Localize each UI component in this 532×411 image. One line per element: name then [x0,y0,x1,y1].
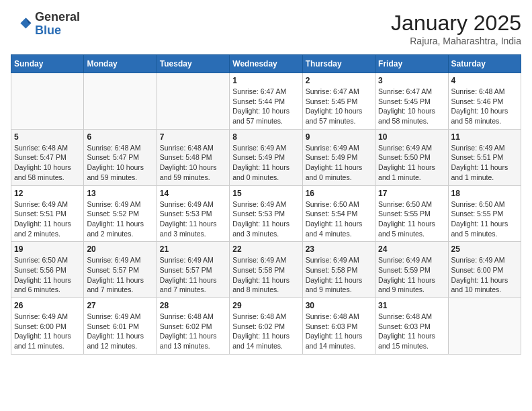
column-header-friday: Friday [375,55,448,73]
day-number: 26 [14,301,81,310]
day-number: 9 [306,132,372,142]
calendar-day-17: 17Sunrise: 6:50 AMSunset: 5:55 PMDayligh… [375,185,448,242]
calendar-week-4: 19Sunrise: 6:50 AMSunset: 5:56 PMDayligh… [11,242,521,298]
calendar-day-21: 21Sunrise: 6:49 AMSunset: 5:57 PMDayligh… [157,242,229,298]
location: Rajura, Maharashtra, India [391,36,521,46]
day-info: Sunrise: 6:50 AMSunset: 5:56 PMDaylight:… [14,255,81,295]
day-number: 24 [378,244,445,254]
calendar-day-5: 5Sunrise: 6:48 AMSunset: 5:47 PMDaylight… [11,129,84,185]
day-number: 12 [14,189,81,198]
calendar-day-23: 23Sunrise: 6:49 AMSunset: 5:58 PMDayligh… [302,242,375,298]
calendar-day-1: 1Sunrise: 6:47 AMSunset: 5:44 PMDaylight… [230,73,302,130]
calendar-day-29: 29Sunrise: 6:48 AMSunset: 6:02 PMDayligh… [230,298,302,355]
calendar-day-7: 7Sunrise: 6:48 AMSunset: 5:48 PMDaylight… [157,129,229,185]
calendar-day-3: 3Sunrise: 6:47 AMSunset: 5:45 PMDaylight… [375,73,448,130]
day-number: 29 [232,301,299,310]
day-info: Sunrise: 6:48 AMSunset: 5:47 PMDaylight:… [14,143,81,183]
day-number: 21 [160,244,226,254]
day-info: Sunrise: 6:49 AMSunset: 5:57 PMDaylight:… [160,255,226,295]
calendar-day-8: 8Sunrise: 6:49 AMSunset: 5:49 PMDaylight… [230,129,302,185]
calendar-day-10: 10Sunrise: 6:49 AMSunset: 5:50 PMDayligh… [375,129,448,185]
calendar-day-26: 26Sunrise: 6:49 AMSunset: 6:00 PMDayligh… [11,298,84,355]
day-number: 28 [160,301,226,310]
logo-general: General [35,11,80,24]
day-info: Sunrise: 6:49 AMSunset: 5:52 PMDaylight:… [87,199,153,239]
day-number: 30 [306,301,372,310]
day-number: 13 [87,189,153,198]
day-info: Sunrise: 6:48 AMSunset: 5:48 PMDaylight:… [160,143,226,183]
logo: General Blue [11,11,80,38]
calendar-week-2: 5Sunrise: 6:48 AMSunset: 5:47 PMDaylight… [11,129,521,185]
day-info: Sunrise: 6:48 AMSunset: 6:02 PMDaylight:… [232,312,299,351]
calendar-day-22: 22Sunrise: 6:49 AMSunset: 5:58 PMDayligh… [230,242,302,298]
calendar-week-5: 26Sunrise: 6:49 AMSunset: 6:00 PMDayligh… [11,298,521,355]
day-number: 31 [378,301,445,310]
calendar-day-13: 13Sunrise: 6:49 AMSunset: 5:52 PMDayligh… [84,185,157,242]
calendar-day-4: 4Sunrise: 6:48 AMSunset: 5:46 PMDaylight… [448,73,521,130]
day-info: Sunrise: 6:48 AMSunset: 5:47 PMDaylight:… [87,143,153,183]
day-info: Sunrise: 6:47 AMSunset: 5:45 PMDaylight:… [306,87,372,126]
calendar-day-31: 31Sunrise: 6:48 AMSunset: 6:03 PMDayligh… [375,298,448,355]
day-number: 6 [87,132,153,142]
calendar-day-30: 30Sunrise: 6:48 AMSunset: 6:03 PMDayligh… [302,298,375,355]
day-number: 3 [378,76,445,85]
day-info: Sunrise: 6:47 AMSunset: 5:44 PMDaylight:… [232,87,299,126]
day-number: 8 [232,132,299,142]
calendar-table: SundayMondayTuesdayWednesdayThursdayFrid… [11,54,521,355]
day-number: 18 [451,189,518,198]
calendar-day-25: 25Sunrise: 6:49 AMSunset: 6:00 PMDayligh… [448,242,521,298]
day-info: Sunrise: 6:49 AMSunset: 5:51 PMDaylight:… [451,143,518,183]
day-info: Sunrise: 6:47 AMSunset: 5:45 PMDaylight:… [378,87,445,126]
column-header-thursday: Thursday [302,55,375,73]
day-info: Sunrise: 6:48 AMSunset: 6:03 PMDaylight:… [306,312,372,351]
calendar-header-row: SundayMondayTuesdayWednesdayThursdayFrid… [11,55,521,73]
day-number: 11 [451,132,518,142]
calendar-day-15: 15Sunrise: 6:49 AMSunset: 5:53 PMDayligh… [230,185,302,242]
day-info: Sunrise: 6:49 AMSunset: 6:00 PMDaylight:… [451,255,518,295]
calendar-day-12: 12Sunrise: 6:49 AMSunset: 5:51 PMDayligh… [11,185,84,242]
day-info: Sunrise: 6:49 AMSunset: 5:50 PMDaylight:… [378,143,445,183]
calendar-day-2: 2Sunrise: 6:47 AMSunset: 5:45 PMDaylight… [302,73,375,130]
calendar-day-24: 24Sunrise: 6:49 AMSunset: 5:59 PMDayligh… [375,242,448,298]
day-number: 4 [451,76,518,85]
empty-cell [11,73,84,130]
day-number: 15 [232,189,299,198]
day-info: Sunrise: 6:49 AMSunset: 5:58 PMDaylight:… [232,255,299,295]
day-number: 25 [451,244,518,254]
column-header-saturday: Saturday [448,55,521,73]
calendar-day-9: 9Sunrise: 6:49 AMSunset: 5:49 PMDaylight… [302,129,375,185]
day-info: Sunrise: 6:50 AMSunset: 5:54 PMDaylight:… [306,199,372,239]
logo-text: General Blue [35,11,80,38]
calendar-day-11: 11Sunrise: 6:49 AMSunset: 5:51 PMDayligh… [448,129,521,185]
empty-cell [448,298,521,355]
column-header-wednesday: Wednesday [230,55,302,73]
day-info: Sunrise: 6:49 AMSunset: 5:58 PMDaylight:… [306,255,372,295]
logo-blue: Blue [35,24,80,38]
logo-icon [11,13,32,35]
calendar-day-19: 19Sunrise: 6:50 AMSunset: 5:56 PMDayligh… [11,242,84,298]
empty-cell [157,73,229,130]
page-header: General Blue January 2025 Rajura, Mahara… [11,11,521,46]
day-info: Sunrise: 6:49 AMSunset: 5:53 PMDaylight:… [160,199,226,239]
day-info: Sunrise: 6:49 AMSunset: 5:51 PMDaylight:… [14,199,81,239]
day-number: 7 [160,132,226,142]
day-number: 5 [14,132,81,142]
calendar-day-28: 28Sunrise: 6:48 AMSunset: 6:02 PMDayligh… [157,298,229,355]
day-info: Sunrise: 6:49 AMSunset: 5:53 PMDaylight:… [232,199,299,239]
day-info: Sunrise: 6:49 AMSunset: 5:49 PMDaylight:… [232,143,299,183]
day-info: Sunrise: 6:49 AMSunset: 5:57 PMDaylight:… [87,255,153,295]
day-info: Sunrise: 6:49 AMSunset: 6:00 PMDaylight:… [14,312,81,351]
day-number: 2 [306,76,372,85]
day-number: 1 [232,76,299,85]
day-number: 16 [306,189,372,198]
day-number: 23 [306,244,372,254]
day-number: 22 [232,244,299,254]
day-info: Sunrise: 6:48 AMSunset: 6:03 PMDaylight:… [378,312,445,351]
empty-cell [84,73,157,130]
calendar-week-3: 12Sunrise: 6:49 AMSunset: 5:51 PMDayligh… [11,185,521,242]
day-info: Sunrise: 6:48 AMSunset: 6:02 PMDaylight:… [160,312,226,351]
calendar-day-27: 27Sunrise: 6:49 AMSunset: 6:01 PMDayligh… [84,298,157,355]
calendar-day-16: 16Sunrise: 6:50 AMSunset: 5:54 PMDayligh… [302,185,375,242]
calendar-day-14: 14Sunrise: 6:49 AMSunset: 5:53 PMDayligh… [157,185,229,242]
day-number: 20 [87,244,153,254]
